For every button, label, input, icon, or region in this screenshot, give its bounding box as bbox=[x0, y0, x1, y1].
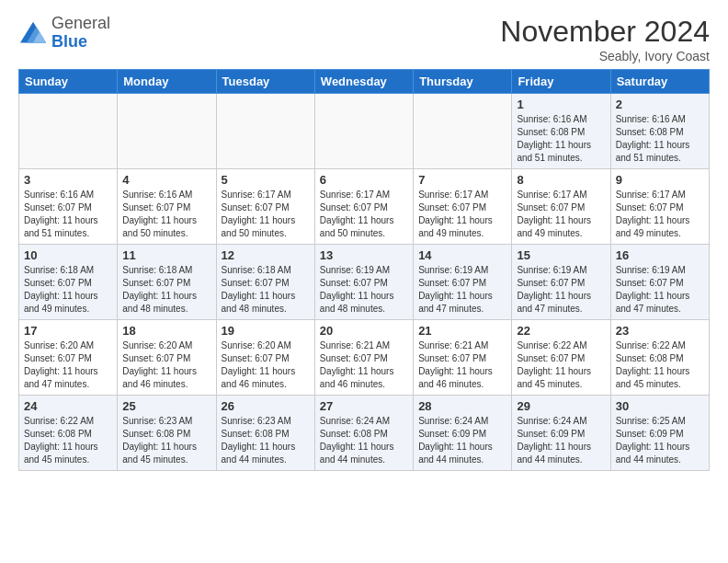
day-info: Sunrise: 6:24 AMSunset: 6:08 PMDaylight:… bbox=[320, 415, 408, 466]
day-number: 7 bbox=[418, 173, 506, 187]
calendar-week-3: 10Sunrise: 6:18 AMSunset: 6:07 PMDayligh… bbox=[19, 245, 710, 320]
day-info: Sunrise: 6:20 AMSunset: 6:07 PMDaylight:… bbox=[222, 339, 310, 391]
calendar-cell bbox=[216, 94, 314, 169]
day-info: Sunrise: 6:21 AMSunset: 6:07 PMDaylight:… bbox=[418, 339, 506, 391]
calendar-cell: 5Sunrise: 6:17 AMSunset: 6:07 PMDaylight… bbox=[216, 169, 314, 245]
day-number: 2 bbox=[616, 98, 704, 111]
calendar-cell: 26Sunrise: 6:23 AMSunset: 6:08 PMDayligh… bbox=[216, 396, 314, 471]
day-number: 3 bbox=[24, 173, 112, 187]
day-number: 20 bbox=[320, 324, 408, 338]
day-info: Sunrise: 6:25 AMSunset: 6:09 PMDaylight:… bbox=[616, 415, 704, 466]
calendar-cell: 14Sunrise: 6:19 AMSunset: 6:07 PMDayligh… bbox=[414, 245, 512, 320]
calendar-cell bbox=[118, 94, 216, 169]
day-number: 5 bbox=[222, 173, 310, 187]
calendar-cell: 19Sunrise: 6:20 AMSunset: 6:07 PMDayligh… bbox=[216, 320, 314, 396]
day-info: Sunrise: 6:20 AMSunset: 6:07 PMDaylight:… bbox=[122, 339, 210, 391]
page-container: General Blue November 2024 Seably, Ivory… bbox=[0, 0, 728, 486]
header-wednesday: Wednesday bbox=[314, 70, 413, 94]
day-info: Sunrise: 6:18 AMSunset: 6:07 PMDaylight:… bbox=[24, 264, 112, 316]
calendar-cell: 13Sunrise: 6:19 AMSunset: 6:07 PMDayligh… bbox=[314, 245, 413, 320]
calendar-cell: 29Sunrise: 6:24 AMSunset: 6:09 PMDayligh… bbox=[512, 396, 610, 471]
day-info: Sunrise: 6:20 AMSunset: 6:07 PMDaylight:… bbox=[24, 339, 112, 391]
header-friday: Friday bbox=[512, 70, 610, 94]
calendar-week-5: 24Sunrise: 6:22 AMSunset: 6:08 PMDayligh… bbox=[19, 396, 710, 471]
day-info: Sunrise: 6:17 AMSunset: 6:07 PMDaylight:… bbox=[517, 189, 605, 240]
calendar-cell: 20Sunrise: 6:21 AMSunset: 6:07 PMDayligh… bbox=[314, 320, 413, 396]
day-info: Sunrise: 6:16 AMSunset: 6:07 PMDaylight:… bbox=[24, 189, 112, 240]
day-number: 9 bbox=[616, 173, 704, 187]
header-monday: Monday bbox=[118, 70, 216, 94]
calendar-cell: 15Sunrise: 6:19 AMSunset: 6:07 PMDayligh… bbox=[512, 245, 610, 320]
calendar-cell: 8Sunrise: 6:17 AMSunset: 6:07 PMDaylight… bbox=[512, 169, 610, 245]
calendar-cell: 7Sunrise: 6:17 AMSunset: 6:07 PMDaylight… bbox=[414, 169, 512, 245]
calendar-cell: 28Sunrise: 6:24 AMSunset: 6:09 PMDayligh… bbox=[414, 396, 512, 471]
logo-blue-text: Blue bbox=[51, 32, 87, 51]
calendar-cell: 6Sunrise: 6:17 AMSunset: 6:07 PMDaylight… bbox=[314, 169, 413, 245]
calendar-cell: 24Sunrise: 6:22 AMSunset: 6:08 PMDayligh… bbox=[19, 396, 118, 471]
calendar-cell: 21Sunrise: 6:21 AMSunset: 6:07 PMDayligh… bbox=[414, 320, 512, 396]
day-info: Sunrise: 6:24 AMSunset: 6:09 PMDaylight:… bbox=[418, 415, 506, 466]
day-number: 25 bbox=[122, 399, 210, 413]
day-info: Sunrise: 6:22 AMSunset: 6:08 PMDaylight:… bbox=[616, 339, 704, 391]
day-info: Sunrise: 6:17 AMSunset: 6:07 PMDaylight:… bbox=[222, 189, 310, 240]
day-info: Sunrise: 6:23 AMSunset: 6:08 PMDaylight:… bbox=[222, 415, 310, 466]
day-info: Sunrise: 6:19 AMSunset: 6:07 PMDaylight:… bbox=[517, 264, 605, 316]
day-number: 1 bbox=[517, 98, 605, 111]
day-number: 24 bbox=[24, 399, 112, 413]
calendar-cell: 1Sunrise: 6:16 AMSunset: 6:08 PMDaylight… bbox=[512, 94, 610, 169]
calendar-cell: 12Sunrise: 6:18 AMSunset: 6:07 PMDayligh… bbox=[216, 245, 314, 320]
day-number: 4 bbox=[122, 173, 210, 187]
day-info: Sunrise: 6:21 AMSunset: 6:07 PMDaylight:… bbox=[320, 339, 408, 391]
calendar-week-1: 1Sunrise: 6:16 AMSunset: 6:08 PMDaylight… bbox=[19, 94, 710, 169]
day-number: 18 bbox=[122, 324, 210, 338]
calendar-cell: 23Sunrise: 6:22 AMSunset: 6:08 PMDayligh… bbox=[610, 320, 709, 396]
logo-icon bbox=[18, 20, 48, 46]
logo-general-text: General bbox=[51, 14, 110, 32]
calendar-cell: 2Sunrise: 6:16 AMSunset: 6:08 PMDaylight… bbox=[610, 94, 709, 169]
day-number: 19 bbox=[222, 324, 310, 338]
day-info: Sunrise: 6:22 AMSunset: 6:08 PMDaylight:… bbox=[24, 415, 112, 466]
day-number: 6 bbox=[320, 173, 408, 187]
day-number: 12 bbox=[222, 248, 310, 262]
day-number: 29 bbox=[517, 399, 605, 413]
calendar-cell bbox=[314, 94, 413, 169]
day-info: Sunrise: 6:17 AMSunset: 6:07 PMDaylight:… bbox=[418, 189, 506, 240]
day-info: Sunrise: 6:16 AMSunset: 6:08 PMDaylight:… bbox=[517, 113, 605, 165]
calendar-cell: 25Sunrise: 6:23 AMSunset: 6:08 PMDayligh… bbox=[118, 396, 216, 471]
calendar-cell: 18Sunrise: 6:20 AMSunset: 6:07 PMDayligh… bbox=[118, 320, 216, 396]
day-number: 17 bbox=[24, 324, 112, 338]
day-info: Sunrise: 6:16 AMSunset: 6:07 PMDaylight:… bbox=[122, 189, 210, 240]
calendar-cell: 3Sunrise: 6:16 AMSunset: 6:07 PMDaylight… bbox=[19, 169, 118, 245]
calendar-table: Sunday Monday Tuesday Wednesday Thursday… bbox=[18, 69, 710, 471]
calendar-header-row: Sunday Monday Tuesday Wednesday Thursday… bbox=[19, 70, 710, 94]
day-number: 22 bbox=[517, 324, 605, 338]
day-info: Sunrise: 6:19 AMSunset: 6:07 PMDaylight:… bbox=[320, 264, 408, 316]
day-info: Sunrise: 6:22 AMSunset: 6:07 PMDaylight:… bbox=[517, 339, 605, 391]
calendar-cell: 27Sunrise: 6:24 AMSunset: 6:08 PMDayligh… bbox=[314, 396, 413, 471]
day-number: 26 bbox=[222, 399, 310, 413]
calendar-cell: 22Sunrise: 6:22 AMSunset: 6:07 PMDayligh… bbox=[512, 320, 610, 396]
month-title: November 2024 bbox=[500, 15, 710, 49]
day-number: 8 bbox=[517, 173, 605, 187]
day-number: 13 bbox=[320, 248, 408, 262]
logo: General Blue bbox=[18, 15, 110, 52]
day-number: 10 bbox=[24, 248, 112, 262]
day-number: 15 bbox=[517, 248, 605, 262]
day-number: 11 bbox=[122, 248, 210, 262]
location-subtitle: Seably, Ivory Coast bbox=[500, 49, 710, 63]
day-info: Sunrise: 6:17 AMSunset: 6:07 PMDaylight:… bbox=[616, 189, 704, 240]
calendar-cell: 4Sunrise: 6:16 AMSunset: 6:07 PMDaylight… bbox=[118, 169, 216, 245]
header-saturday: Saturday bbox=[610, 70, 709, 94]
logo-text: General Blue bbox=[51, 15, 110, 52]
day-number: 21 bbox=[418, 324, 506, 338]
page-header: General Blue November 2024 Seably, Ivory… bbox=[18, 15, 710, 63]
calendar-cell: 9Sunrise: 6:17 AMSunset: 6:07 PMDaylight… bbox=[610, 169, 709, 245]
calendar-cell bbox=[19, 94, 118, 169]
day-info: Sunrise: 6:23 AMSunset: 6:08 PMDaylight:… bbox=[122, 415, 210, 466]
day-number: 23 bbox=[616, 324, 704, 338]
header-sunday: Sunday bbox=[19, 70, 118, 94]
calendar-week-2: 3Sunrise: 6:16 AMSunset: 6:07 PMDaylight… bbox=[19, 169, 710, 245]
day-info: Sunrise: 6:19 AMSunset: 6:07 PMDaylight:… bbox=[418, 264, 506, 316]
day-info: Sunrise: 6:18 AMSunset: 6:07 PMDaylight:… bbox=[122, 264, 210, 316]
day-info: Sunrise: 6:18 AMSunset: 6:07 PMDaylight:… bbox=[222, 264, 310, 316]
